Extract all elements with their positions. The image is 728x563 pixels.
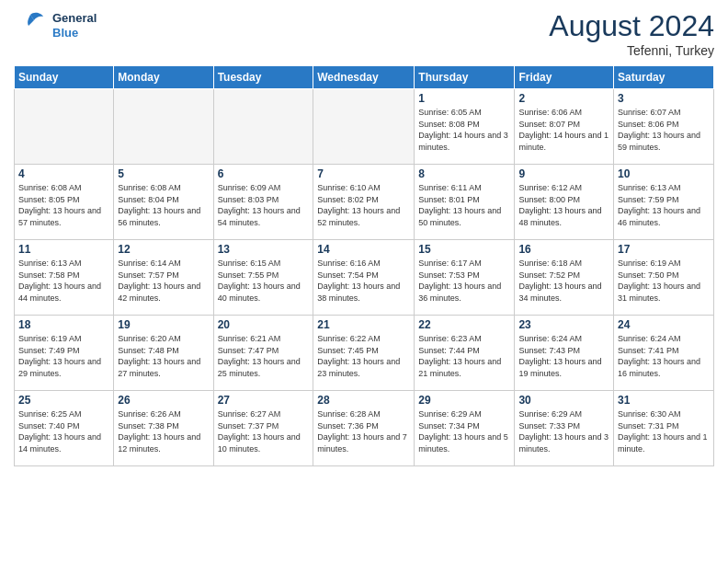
day-number: 14: [317, 243, 410, 256]
table-row: 10Sunrise: 6:13 AM Sunset: 7:59 PM Dayli…: [614, 165, 714, 240]
table-row: 12Sunrise: 6:14 AM Sunset: 7:57 PM Dayli…: [114, 240, 213, 316]
day-number: 16: [518, 243, 609, 256]
day-info: Sunrise: 6:29 AM Sunset: 7:34 PM Dayligh…: [418, 408, 510, 454]
day-info: Sunrise: 6:22 AM Sunset: 7:45 PM Dayligh…: [317, 333, 410, 379]
logo-line1: General: [52, 11, 97, 26]
day-info: Sunrise: 6:26 AM Sunset: 7:38 PM Dayligh…: [118, 408, 209, 454]
day-number: 18: [18, 318, 109, 331]
day-info: Sunrise: 6:13 AM Sunset: 7:58 PM Dayligh…: [18, 258, 109, 304]
col-wednesday: Wednesday: [313, 66, 415, 89]
day-number: 3: [618, 92, 710, 105]
col-friday: Friday: [515, 66, 614, 89]
table-row: 14Sunrise: 6:16 AM Sunset: 7:54 PM Dayli…: [313, 240, 415, 316]
logo-text: General Blue: [52, 11, 97, 40]
header-row: Sunday Monday Tuesday Wednesday Thursday…: [15, 66, 714, 89]
table-row: [15, 89, 114, 165]
table-row: 2Sunrise: 6:06 AM Sunset: 8:07 PM Daylig…: [515, 89, 614, 165]
table-row: 23Sunrise: 6:24 AM Sunset: 7:43 PM Dayli…: [515, 316, 614, 391]
day-info: Sunrise: 6:05 AM Sunset: 8:08 PM Dayligh…: [418, 107, 510, 153]
day-info: Sunrise: 6:14 AM Sunset: 7:57 PM Dayligh…: [118, 258, 209, 304]
day-number: 30: [518, 394, 609, 407]
day-number: 26: [118, 394, 209, 407]
day-number: 6: [218, 167, 310, 180]
table-row: 4Sunrise: 6:08 AM Sunset: 8:05 PM Daylig…: [15, 165, 114, 240]
logo-bird-icon: [14, 9, 47, 42]
day-number: 4: [18, 167, 109, 180]
col-saturday: Saturday: [614, 66, 714, 89]
day-info: Sunrise: 6:19 AM Sunset: 7:49 PM Dayligh…: [18, 333, 109, 379]
table-row: 6Sunrise: 6:09 AM Sunset: 8:03 PM Daylig…: [213, 165, 313, 240]
table-row: 22Sunrise: 6:23 AM Sunset: 7:44 PM Dayli…: [415, 316, 515, 391]
day-number: 5: [118, 167, 209, 180]
table-row: 15Sunrise: 6:17 AM Sunset: 7:53 PM Dayli…: [415, 240, 515, 316]
table-row: 16Sunrise: 6:18 AM Sunset: 7:52 PM Dayli…: [515, 240, 614, 316]
day-info: Sunrise: 6:18 AM Sunset: 7:52 PM Dayligh…: [518, 258, 609, 304]
day-number: 8: [418, 167, 510, 180]
day-number: 19: [118, 318, 209, 331]
logo-container: General Blue: [14, 9, 97, 42]
day-number: 29: [418, 394, 510, 407]
table-row: 1Sunrise: 6:05 AM Sunset: 8:08 PM Daylig…: [415, 89, 515, 165]
day-number: 17: [618, 243, 710, 256]
table-row: 31Sunrise: 6:30 AM Sunset: 7:31 PM Dayli…: [614, 391, 714, 466]
day-number: 12: [118, 243, 209, 256]
table-row: 5Sunrise: 6:08 AM Sunset: 8:04 PM Daylig…: [114, 165, 213, 240]
logo: General Blue: [14, 9, 97, 42]
day-info: Sunrise: 6:16 AM Sunset: 7:54 PM Dayligh…: [317, 258, 410, 304]
table-row: 9Sunrise: 6:12 AM Sunset: 8:00 PM Daylig…: [515, 165, 614, 240]
table-row: 18Sunrise: 6:19 AM Sunset: 7:49 PM Dayli…: [15, 316, 114, 391]
day-info: Sunrise: 6:10 AM Sunset: 8:02 PM Dayligh…: [317, 182, 410, 228]
day-info: Sunrise: 6:23 AM Sunset: 7:44 PM Dayligh…: [418, 333, 510, 379]
header: General Blue August 2024 Tefenni, Turkey: [14, 9, 714, 58]
day-number: 13: [218, 243, 310, 256]
day-number: 7: [317, 167, 410, 180]
table-row: 26Sunrise: 6:26 AM Sunset: 7:38 PM Dayli…: [114, 391, 213, 466]
day-number: 28: [317, 394, 410, 407]
day-info: Sunrise: 6:11 AM Sunset: 8:01 PM Dayligh…: [418, 182, 510, 228]
table-row: 28Sunrise: 6:28 AM Sunset: 7:36 PM Dayli…: [313, 391, 415, 466]
day-info: Sunrise: 6:13 AM Sunset: 7:59 PM Dayligh…: [618, 182, 710, 228]
week-row-3: 11Sunrise: 6:13 AM Sunset: 7:58 PM Dayli…: [15, 240, 714, 316]
day-number: 10: [618, 167, 710, 180]
table-row: 20Sunrise: 6:21 AM Sunset: 7:47 PM Dayli…: [213, 316, 313, 391]
table-row: 7Sunrise: 6:10 AM Sunset: 8:02 PM Daylig…: [313, 165, 415, 240]
day-info: Sunrise: 6:15 AM Sunset: 7:55 PM Dayligh…: [218, 258, 310, 304]
title-block: August 2024 Tefenni, Turkey: [549, 9, 714, 58]
day-info: Sunrise: 6:06 AM Sunset: 8:07 PM Dayligh…: [518, 107, 609, 153]
col-monday: Monday: [114, 66, 213, 89]
table-row: [313, 89, 415, 165]
table-row: 3Sunrise: 6:07 AM Sunset: 8:06 PM Daylig…: [614, 89, 714, 165]
col-tuesday: Tuesday: [213, 66, 313, 89]
day-info: Sunrise: 6:25 AM Sunset: 7:40 PM Dayligh…: [18, 408, 109, 454]
day-info: Sunrise: 6:27 AM Sunset: 7:37 PM Dayligh…: [218, 408, 310, 454]
day-info: Sunrise: 6:29 AM Sunset: 7:33 PM Dayligh…: [518, 408, 609, 454]
table-row: 29Sunrise: 6:29 AM Sunset: 7:34 PM Dayli…: [415, 391, 515, 466]
day-info: Sunrise: 6:07 AM Sunset: 8:06 PM Dayligh…: [618, 107, 710, 153]
table-row: [114, 89, 213, 165]
table-row: [213, 89, 313, 165]
day-number: 21: [317, 318, 410, 331]
table-row: 30Sunrise: 6:29 AM Sunset: 7:33 PM Dayli…: [515, 391, 614, 466]
day-info: Sunrise: 6:08 AM Sunset: 8:04 PM Dayligh…: [118, 182, 209, 228]
day-info: Sunrise: 6:30 AM Sunset: 7:31 PM Dayligh…: [618, 408, 710, 454]
table-row: 19Sunrise: 6:20 AM Sunset: 7:48 PM Dayli…: [114, 316, 213, 391]
day-number: 27: [218, 394, 310, 407]
day-info: Sunrise: 6:24 AM Sunset: 7:41 PM Dayligh…: [618, 333, 710, 379]
week-row-1: 1Sunrise: 6:05 AM Sunset: 8:08 PM Daylig…: [15, 89, 714, 165]
day-number: 9: [518, 167, 609, 180]
day-info: Sunrise: 6:09 AM Sunset: 8:03 PM Dayligh…: [218, 182, 310, 228]
day-number: 15: [418, 243, 510, 256]
day-number: 31: [618, 394, 710, 407]
day-info: Sunrise: 6:28 AM Sunset: 7:36 PM Dayligh…: [317, 408, 410, 454]
day-number: 11: [18, 243, 109, 256]
table-row: 17Sunrise: 6:19 AM Sunset: 7:50 PM Dayli…: [614, 240, 714, 316]
day-number: 22: [418, 318, 510, 331]
page: General Blue August 2024 Tefenni, Turkey…: [0, 0, 728, 563]
col-sunday: Sunday: [15, 66, 114, 89]
day-info: Sunrise: 6:08 AM Sunset: 8:05 PM Dayligh…: [18, 182, 109, 228]
day-number: 20: [218, 318, 310, 331]
table-row: 27Sunrise: 6:27 AM Sunset: 7:37 PM Dayli…: [213, 391, 313, 466]
table-row: 21Sunrise: 6:22 AM Sunset: 7:45 PM Dayli…: [313, 316, 415, 391]
table-row: 11Sunrise: 6:13 AM Sunset: 7:58 PM Dayli…: [15, 240, 114, 316]
day-number: 1: [418, 92, 510, 105]
